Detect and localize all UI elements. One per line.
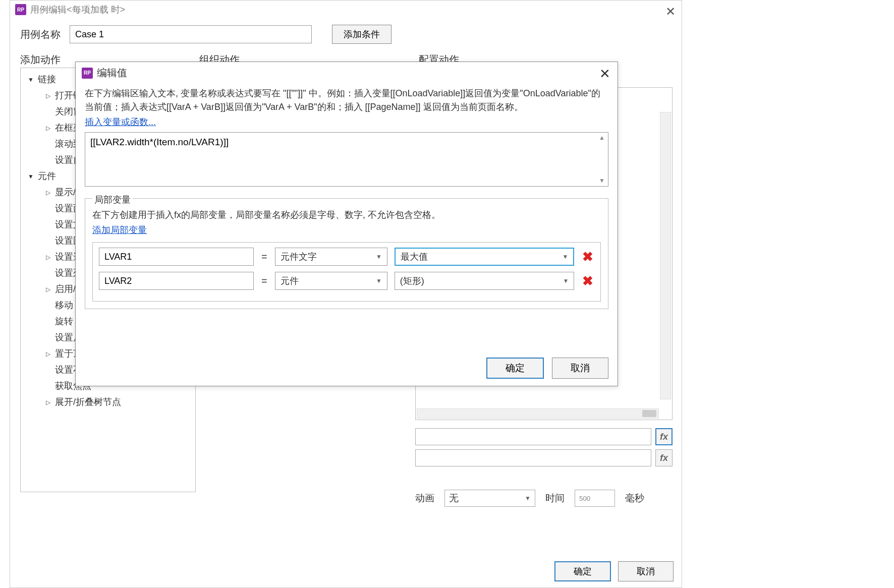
local-vars-table: = 元件文字 ▼ 最大值 ▼ ✖ = 元件 ▼ xyxy=(92,242,601,302)
rp-app-icon: RP xyxy=(82,68,93,79)
var-type-select[interactable]: 元件 ▼ xyxy=(275,272,387,290)
width-expression-input[interactable] xyxy=(415,428,651,445)
scrollbar-thumb[interactable] xyxy=(642,410,656,417)
var-name-input[interactable] xyxy=(99,272,254,290)
outer-cancel-button[interactable]: 取消 xyxy=(618,561,674,581)
case-name-label: 用例名称 xyxy=(20,28,61,41)
var-target-select[interactable]: (矩形) ▼ xyxy=(395,272,575,290)
modal-title: 编辑值 xyxy=(97,66,127,80)
equals-sign: = xyxy=(261,275,268,287)
var-type-select[interactable]: 元件文字 ▼ xyxy=(275,248,387,266)
add-local-variable-link[interactable]: 添加局部变量 xyxy=(92,225,147,235)
chevron-down-icon: ▼ xyxy=(376,253,382,260)
animation-select[interactable]: 无 ▼ xyxy=(444,490,535,507)
rp-app-icon: RP xyxy=(15,4,26,15)
animation-label: 动画 xyxy=(415,492,434,505)
case-name-row: 用例名称 添加条件 xyxy=(10,19,682,50)
fx-button-2[interactable]: fx xyxy=(655,449,673,466)
modal-ok-button[interactable]: 确定 xyxy=(486,358,544,379)
delete-var-icon[interactable]: ✖ xyxy=(581,273,594,289)
msec-label: 毫秒 xyxy=(625,492,644,505)
fx-button-1[interactable]: fx xyxy=(655,428,673,445)
close-icon[interactable]: ✕ xyxy=(665,5,676,19)
local-var-row: = 元件文字 ▼ 最大值 ▼ ✖ xyxy=(99,248,594,266)
outer-ok-button[interactable]: 确定 xyxy=(554,561,611,581)
scroll-down-icon[interactable]: ▼ xyxy=(597,177,606,185)
var-name-input[interactable] xyxy=(99,248,254,266)
local-vars-help: 在下方创建用于插入fx的局部变量，局部变量名称必须是字母、数字, 不允许包含空格… xyxy=(92,209,601,221)
time-label: 时间 xyxy=(545,492,565,505)
local-var-row: = 元件 ▼ (矩形) ▼ ✖ xyxy=(99,272,594,290)
outer-titlebar: RP 用例编辑<每项加载 时> ✕ xyxy=(10,1,682,19)
case-name-input[interactable] xyxy=(70,25,312,43)
vertical-scrollbar[interactable] xyxy=(660,112,671,399)
chevron-down-icon: ▼ xyxy=(525,495,531,502)
outer-title: 用例编辑<每项加载 时> xyxy=(30,4,125,16)
horizontal-scrollbar[interactable] xyxy=(417,408,659,419)
scroll-up-icon[interactable]: ▲ xyxy=(597,134,606,142)
tree-expand-tree[interactable]: 展开/折叠树节点 xyxy=(21,394,195,410)
edit-value-dialog: RP 编辑值 ✕ 在下方编辑区输入文本, 变量名称或表达式要写在 "[[""]]… xyxy=(75,62,618,386)
chevron-down-icon: ▼ xyxy=(563,277,569,284)
modal-cancel-button[interactable]: 取消 xyxy=(552,358,608,379)
local-vars-legend: 局部变量 xyxy=(92,194,133,206)
equals-sign: = xyxy=(261,251,268,263)
chevron-down-icon: ▼ xyxy=(562,253,568,260)
close-icon[interactable]: ✕ xyxy=(599,66,610,82)
expression-textarea[interactable] xyxy=(85,132,608,187)
var-target-select[interactable]: 最大值 ▼ xyxy=(395,248,575,266)
fx-inputs: fx fx xyxy=(415,428,673,471)
add-condition-button[interactable]: 添加条件 xyxy=(332,25,392,44)
local-variables-fieldset: 局部变量 在下方创建用于插入fx的局部变量，局部变量名称必须是字母、数字, 不允… xyxy=(85,198,608,309)
modal-help-text: 在下方编辑区输入文本, 变量名称或表达式要写在 "[[""]]" 中。例如：插入… xyxy=(85,87,608,114)
outer-footer: 确定 取消 xyxy=(554,561,674,581)
delete-var-icon[interactable]: ✖ xyxy=(581,249,594,265)
modal-titlebar: RP 编辑值 ✕ xyxy=(76,62,618,84)
height-expression-input[interactable] xyxy=(415,449,651,466)
time-input[interactable] xyxy=(575,490,615,507)
chevron-down-icon: ▼ xyxy=(376,277,382,284)
modal-footer: 确定 取消 xyxy=(486,358,608,379)
insert-variable-link[interactable]: 插入变量或函数... xyxy=(85,117,156,127)
animation-row: 动画 无 ▼ 时间 毫秒 xyxy=(415,490,673,507)
